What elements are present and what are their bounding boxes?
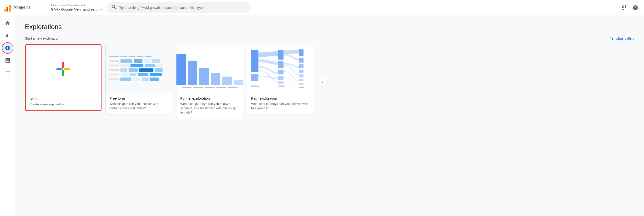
breadcrumb-level1: All accounts <box>51 4 65 7</box>
main-layout: Explorations Start a new exploration Tem… <box>0 15 644 216</box>
svg-rect-9 <box>299 64 304 68</box>
breadcrumb-level2: Demo Account <box>68 4 85 7</box>
template-gallery-link[interactable]: Template gallery <box>610 37 634 40</box>
card-funnel-info: Funnel exploration What user journeys ca… <box>176 92 243 119</box>
svg-rect-3 <box>278 61 284 68</box>
next-button[interactable]: › <box>318 77 328 86</box>
plus-icon <box>56 62 70 76</box>
card-funnel-name: Funnel exploration <box>180 96 239 100</box>
sidebar-item-home[interactable] <box>2 17 14 29</box>
path-svg <box>250 47 311 89</box>
main-content: Explorations Start a new exploration Tem… <box>15 15 644 216</box>
svg-rect-2 <box>278 50 284 60</box>
card-funnel[interactable]: Funnel exploration What user journeys ca… <box>176 44 243 119</box>
card-freeform-name: Free form <box>110 96 168 100</box>
logo-icon <box>4 4 11 12</box>
svg-rect-5 <box>278 76 284 80</box>
app-name: Analytics <box>14 5 31 10</box>
svg-rect-1 <box>251 74 258 81</box>
apps-button[interactable] <box>619 3 629 13</box>
header-right-actions <box>619 3 640 13</box>
card-funnel-desc: What user journeys can you analyze, segm… <box>180 102 239 115</box>
cards-row: Blank Create a new exploration <box>25 44 634 119</box>
account-name-text: GA4 - Google Merchandise ... <box>51 7 98 11</box>
section-header: Start a new exploration Template gallery <box>25 37 634 40</box>
svg-rect-15 <box>278 86 285 87</box>
sidebar <box>0 15 15 216</box>
next-icon: › <box>322 79 324 84</box>
card-path-name: Path exploration <box>251 96 310 100</box>
breadcrumb: All accounts › Demo Account <box>51 4 104 7</box>
card-path-desc: What user journeys can you uncover with … <box>251 102 310 111</box>
svg-rect-14 <box>251 86 260 87</box>
logo-bar-3 <box>9 5 11 12</box>
card-freeform[interactable]: Free form What insights can you uncover … <box>105 44 172 115</box>
account-selector[interactable]: All accounts › Demo Account GA4 - Google… <box>51 4 104 11</box>
card-funnel-preview <box>176 44 243 92</box>
svg-rect-12 <box>299 79 304 81</box>
sidebar-item-configure[interactable] <box>2 67 14 79</box>
card-path-info: Path exploration What user journeys can … <box>247 92 314 114</box>
card-blank-name: Blank <box>30 97 97 101</box>
header: Analytics All accounts › Demo Account GA… <box>0 0 644 15</box>
card-blank-desc: Create a new exploration <box>30 102 97 106</box>
sidebar-item-explore[interactable] <box>2 42 14 54</box>
sidebar-item-advertising[interactable] <box>2 55 14 66</box>
account-dropdown-chevron: ▼ <box>100 8 102 11</box>
svg-rect-8 <box>299 58 304 63</box>
card-freeform-preview <box>106 44 172 92</box>
logo-bar-2 <box>6 7 8 12</box>
card-freeform-info: Free form What insights can you uncover … <box>106 92 172 114</box>
card-blank[interactable]: Blank Create a new exploration <box>25 44 102 111</box>
card-path[interactable]: Path exploration What user journeys can … <box>247 44 314 115</box>
svg-rect-7 <box>299 49 304 56</box>
card-path-preview <box>247 44 314 92</box>
sidebar-item-reports[interactable] <box>2 30 14 41</box>
svg-rect-0 <box>251 50 258 72</box>
account-name-row[interactable]: GA4 - Google Merchandise ... ▼ <box>51 7 104 11</box>
plus-vertical <box>62 62 64 76</box>
logo-bar-1 <box>4 9 6 12</box>
search-placeholder-text: Try searching "MoM growth in users for e… <box>119 6 205 10</box>
card-freeform-desc: What insights can you uncover with custo… <box>110 102 168 111</box>
search-icon <box>111 4 117 11</box>
svg-rect-16 <box>299 87 304 88</box>
help-button[interactable] <box>630 3 640 13</box>
card-blank-info: Blank Create a new exploration <box>26 93 101 111</box>
page-title: Explorations <box>25 23 634 31</box>
svg-rect-13 <box>299 83 304 85</box>
svg-rect-4 <box>278 70 284 75</box>
app-logo-section: Analytics <box>4 4 47 12</box>
svg-rect-6 <box>278 81 284 84</box>
svg-rect-10 <box>299 70 304 73</box>
svg-rect-11 <box>299 74 304 77</box>
card-blank-preview <box>26 45 101 93</box>
search-bar[interactable]: Try searching "MoM growth in users for e… <box>107 2 251 13</box>
section-label: Start a new exploration <box>25 37 59 40</box>
breadcrumb-separator: › <box>66 4 66 7</box>
